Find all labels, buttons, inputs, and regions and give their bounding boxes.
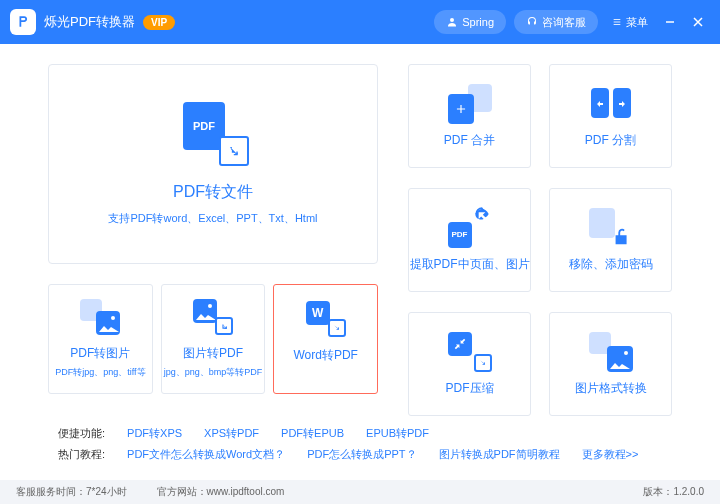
app-logo-icon: [10, 9, 36, 35]
image-to-pdf-card[interactable]: 图片转PDF jpg、png、bmp等转PDF: [161, 284, 266, 394]
image-to-pdf-icon: [193, 299, 233, 335]
card-title: PDF压缩: [446, 380, 494, 397]
content-area: PDF PDF转文件 支持PDF转word、Excel、PPT、Txt、Html…: [0, 44, 720, 416]
support-button[interactable]: 咨询客服: [514, 10, 598, 34]
link-pdf-to-epub[interactable]: PDF转EPUB: [281, 426, 344, 441]
tutorials-label: 热门教程:: [58, 447, 105, 462]
titlebar: 烁光PDF转换器 VIP Spring 咨询客服 菜单: [0, 0, 720, 44]
card-title: PDF转图片: [70, 345, 130, 362]
pdf-to-file-icon: PDF: [177, 102, 249, 166]
pdf-merge-icon: [448, 84, 492, 124]
menu-button[interactable]: 菜单: [612, 15, 648, 30]
image-format-card[interactable]: 图片格式转换: [549, 312, 672, 416]
svg-point-0: [450, 18, 454, 22]
card-subtitle: 支持PDF转word、Excel、PPT、Txt、Html: [108, 211, 317, 226]
pdf-extract-card[interactable]: PDF 提取PDF中页面、图片: [408, 188, 531, 292]
support-label: 咨询客服: [542, 15, 586, 30]
card-title: 图片转PDF: [183, 345, 243, 362]
pdf-compress-icon: [448, 332, 492, 372]
card-title: PDF 合并: [444, 132, 495, 149]
link-tutorial-image[interactable]: 图片转换成PDF简明教程: [439, 447, 560, 462]
pdf-password-card[interactable]: 移除、添加密码: [549, 188, 672, 292]
card-title: PDF转文件: [173, 182, 253, 203]
pdf-split-icon: [589, 84, 633, 124]
vip-badge: VIP: [143, 15, 175, 30]
app-title: 烁光PDF转换器: [44, 13, 135, 31]
card-title: 图片格式转换: [575, 380, 647, 397]
pdf-to-image-card[interactable]: PDF转图片 PDF转jpg、png、tiff等: [48, 284, 153, 394]
link-xps-to-pdf[interactable]: XPS转PDF: [204, 426, 259, 441]
service-hours: 客服服务时间：7*24小时: [16, 485, 127, 499]
link-tutorial-ppt[interactable]: PDF怎么转换成PPT？: [307, 447, 416, 462]
link-more-tutorials[interactable]: 更多教程>>: [582, 447, 639, 462]
card-title: 移除、添加密码: [569, 256, 653, 273]
link-epub-to-pdf[interactable]: EPUB转PDF: [366, 426, 429, 441]
word-to-pdf-icon: W: [306, 301, 346, 337]
pdf-to-file-card[interactable]: PDF PDF转文件 支持PDF转word、Excel、PPT、Txt、Html: [48, 64, 378, 264]
version-label: 版本：1.2.0.0: [643, 485, 704, 499]
close-button[interactable]: [686, 10, 710, 34]
user-name: Spring: [462, 16, 494, 28]
pdf-merge-card[interactable]: PDF 合并: [408, 64, 531, 168]
statusbar: 客服服务时间：7*24小时 官方网站：www.ipdftool.com 版本：1…: [0, 480, 720, 504]
menu-label: 菜单: [626, 15, 648, 30]
card-title: 提取PDF中页面、图片: [410, 256, 530, 273]
minimize-button[interactable]: [658, 10, 682, 34]
card-title: Word转PDF: [293, 347, 357, 364]
pdf-password-icon: [589, 208, 633, 248]
user-button[interactable]: Spring: [434, 10, 506, 34]
card-subtitle: PDF转jpg、png、tiff等: [55, 366, 145, 379]
pdf-to-image-icon: [80, 299, 120, 335]
card-title: PDF 分割: [585, 132, 636, 149]
pdf-compress-card[interactable]: PDF压缩: [408, 312, 531, 416]
bottom-links: 便捷功能: PDF转XPS XPS转PDF PDF转EPUB EPUB转PDF …: [0, 416, 720, 462]
link-tutorial-word[interactable]: PDF文件怎么转换成Word文档？: [127, 447, 285, 462]
pdf-split-card[interactable]: PDF 分割: [549, 64, 672, 168]
word-to-pdf-card[interactable]: W Word转PDF: [273, 284, 378, 394]
pdf-extract-icon: PDF: [448, 208, 492, 248]
image-format-icon: [589, 332, 633, 372]
card-subtitle: jpg、png、bmp等转PDF: [164, 366, 263, 379]
quick-functions-label: 便捷功能:: [58, 426, 105, 441]
official-site: 官方网站：www.ipdftool.com: [157, 485, 285, 499]
link-pdf-to-xps[interactable]: PDF转XPS: [127, 426, 182, 441]
